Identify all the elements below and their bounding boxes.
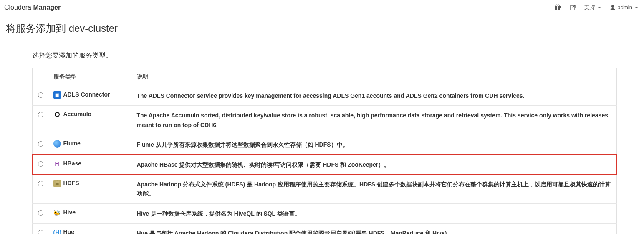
radio-cell [33, 203, 49, 223]
brand-light: Cloudera [4, 4, 31, 11]
service-radio[interactable] [38, 92, 43, 98]
topnav: 支持 admin [554, 4, 638, 11]
user-menu[interactable]: admin [609, 4, 638, 11]
service-name-cell: HDFS [49, 174, 133, 203]
service-desc: The ADLS Connector service provides key … [137, 92, 525, 99]
service-desc: Apache HBase 提供对大型数据集的随机、实时的读/写访问权限（需要 H… [137, 161, 390, 168]
hive-icon: 🐝 [53, 209, 61, 216]
table-row[interactable]: HDFSApache Hadoop 分布式文件系统 (HDFS) 是 Hadoo… [33, 174, 617, 203]
service-desc-cell: Hive 是一种数据仓库系统，提供名为 HiveQL 的 SQL 类语言。 [133, 203, 617, 223]
service-name: Accumulo [63, 111, 92, 117]
service-desc-cell: Apache Hadoop 分布式文件系统 (HDFS) 是 Hadoop 应用… [133, 174, 617, 203]
caret-down-icon [635, 7, 638, 8]
service-table: 服务类型 说明 ▣ADLS ConnectorThe ADLS Connecto… [32, 68, 617, 234]
table-row[interactable]: 🐝HiveHive 是一种数据仓库系统，提供名为 HiveQL 的 SQL 类语… [33, 203, 617, 223]
svg-point-11 [55, 183, 59, 185]
topbar: Cloudera Manager 支持 admin [0, 0, 644, 15]
service-desc: The Apache Accumulo sorted, distributed … [137, 112, 608, 128]
accumulo-icon [53, 111, 61, 119]
svg-point-4 [558, 5, 560, 6]
table-row[interactable]: AccumuloThe Apache Accumulo sorted, dist… [33, 106, 617, 135]
hdfs-icon [53, 180, 61, 187]
hbase-icon: H [53, 160, 61, 168]
main-content: 将服务添加到 dev-cluster 选择您要添加的服务类型。 服务类型 说明 … [0, 15, 644, 234]
service-name-cell: Accumulo [49, 106, 133, 135]
user-icon [609, 4, 616, 11]
service-desc: Hue 是与包括 Apache Hadoop 的 Cloudera Distri… [137, 230, 453, 234]
service-desc: Hive 是一种数据仓库系统，提供名为 HiveQL 的 SQL 类语言。 [137, 210, 301, 217]
table-row[interactable]: ▣ADLS ConnectorThe ADLS Connector servic… [33, 86, 617, 106]
adls-icon: ▣ [53, 91, 61, 99]
service-radio[interactable] [38, 181, 43, 186]
svg-rect-8 [55, 114, 56, 115]
flume-icon [53, 140, 61, 148]
service-name-cell: (H)Hue [49, 224, 133, 234]
header-description: 说明 [133, 68, 617, 86]
svg-point-3 [556, 5, 557, 6]
svg-point-6 [611, 5, 614, 8]
service-name: HBase [63, 160, 82, 167]
support-menu[interactable]: 支持 [584, 4, 601, 11]
service-name-cell: HHBase [49, 155, 133, 174]
service-desc: Flume 从几乎所有来源收集数据并将这些数据聚合到永久性存储（如 HDFS）中… [137, 141, 349, 148]
radio-cell [33, 135, 49, 155]
table-row[interactable]: FlumeFlume 从几乎所有来源收集数据并将这些数据聚合到永久性存储（如 H… [33, 135, 617, 155]
radio-cell [33, 224, 49, 234]
service-desc-cell: Hue 是与包括 Apache Hadoop 的 Cloudera Distri… [133, 224, 617, 234]
user-label: admin [618, 4, 632, 10]
table-row[interactable]: (H)HueHue 是与包括 Apache Hadoop 的 Cloudera … [33, 224, 617, 234]
caret-down-icon [598, 7, 601, 8]
table-row[interactable]: HHBaseApache HBase 提供对大型数据集的随机、实时的读/写访问权… [33, 155, 617, 174]
service-name: HDFS [63, 180, 79, 186]
service-radio[interactable] [38, 210, 43, 216]
radio-cell [33, 174, 49, 203]
service-desc-cell: The Apache Accumulo sorted, distributed … [133, 106, 617, 135]
service-name: ADLS Connector [63, 91, 110, 98]
service-name-cell: 🐝Hive [49, 203, 133, 223]
service-radio[interactable] [38, 112, 43, 117]
radio-cell [33, 155, 49, 174]
brand-bold: Manager [33, 4, 61, 11]
radio-cell [33, 86, 49, 106]
scroll-area[interactable]: 选择您要添加的服务类型。 服务类型 说明 ▣ADLS ConnectorThe … [6, 41, 638, 234]
support-label: 支持 [584, 4, 595, 11]
service-name-cell: ▣ADLS Connector [49, 86, 133, 106]
service-desc-cell: Flume 从几乎所有来源收集数据并将这些数据聚合到永久性存储（如 HDFS）中… [133, 135, 617, 155]
service-radio[interactable] [38, 141, 43, 147]
service-name: Hive [63, 209, 76, 216]
service-radio[interactable] [38, 230, 43, 234]
service-desc: Apache Hadoop 分布式文件系统 (HDFS) 是 Hadoop 应用… [137, 181, 611, 197]
gift-icon[interactable] [554, 4, 561, 11]
page-title: 将服务添加到 dev-cluster [6, 22, 638, 35]
brand[interactable]: Cloudera Manager [4, 4, 61, 11]
service-name: Hue [63, 229, 74, 234]
section-heading: 选择您要添加的服务类型。 [32, 51, 617, 60]
hue-icon: (H) [53, 229, 61, 234]
launch-icon[interactable] [569, 4, 576, 11]
service-name-cell: Flume [49, 135, 133, 155]
service-radio[interactable] [38, 161, 43, 167]
header-service-type: 服务类型 [49, 68, 133, 86]
service-desc-cell: Apache HBase 提供对大型数据集的随机、实时的读/写访问权限（需要 H… [133, 155, 617, 174]
header-radio [33, 68, 49, 86]
service-name: Flume [63, 140, 81, 147]
svg-rect-2 [557, 5, 558, 10]
radio-cell [33, 106, 49, 135]
service-desc-cell: The ADLS Connector service provides key … [133, 86, 617, 106]
